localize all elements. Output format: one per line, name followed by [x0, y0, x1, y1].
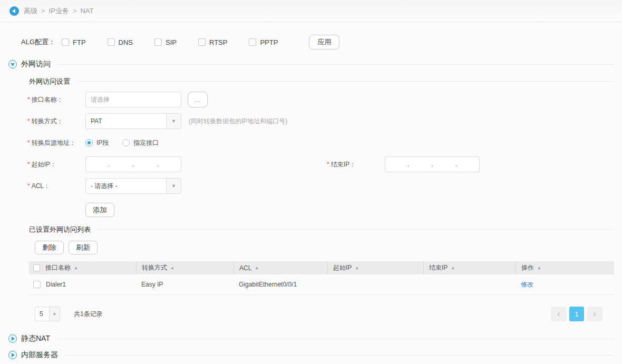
- expand-toggle-icon[interactable]: [8, 335, 17, 343]
- dns-checkbox[interactable]: [108, 38, 115, 46]
- translate-mode-select[interactable]: PAT ▼: [85, 113, 181, 129]
- breadcrumb-separator: >: [41, 7, 45, 15]
- column-header-start-ip[interactable]: 起始IP ▲: [327, 261, 423, 274]
- start-ip-label: *起始IP：: [27, 160, 85, 169]
- refresh-button[interactable]: 刷新: [69, 241, 98, 254]
- collapsed-sections: 静态NAT 内部服务器 NAT映射表项: [0, 334, 622, 364]
- source-address-row: *转换后源地址： IP段 指定接口: [27, 135, 622, 151]
- column-header-end-ip[interactable]: 结束IP ▲: [423, 261, 516, 274]
- section-divider: [65, 355, 614, 356]
- rtsp-checkbox[interactable]: [198, 38, 206, 46]
- ftp-label: FTP: [73, 38, 86, 46]
- sort-asc-icon[interactable]: ▲: [537, 265, 541, 270]
- required-mark: *: [27, 96, 30, 103]
- ip-dot: .: [407, 161, 409, 168]
- breadcrumb-separator: >: [73, 7, 77, 15]
- source-address-label: *转换后源地址：: [27, 139, 85, 147]
- interface-name-input[interactable]: 请选择: [85, 92, 181, 107]
- browse-interface-button[interactable]: ...: [188, 92, 208, 107]
- pptp-label: PPTP: [260, 38, 278, 46]
- next-page-button[interactable]: ›: [587, 307, 602, 321]
- ip-range-radio-label: IP段: [96, 139, 109, 147]
- column-header-interface[interactable]: 接口名称 ▲: [29, 261, 136, 274]
- breadcrumb-bar: 高级 > IP业务 > NAT: [0, 0, 622, 22]
- chevron-down-icon[interactable]: ▼: [49, 307, 60, 321]
- section-internal-server: 内部服务器: [8, 350, 614, 360]
- required-mark: *: [27, 139, 30, 146]
- section-static-nat: 静态NAT: [8, 334, 614, 343]
- checkbox-rtsp[interactable]: RTSP: [198, 38, 227, 46]
- required-mark: *: [27, 117, 30, 125]
- cell-mode: Easy IP: [136, 281, 234, 288]
- column-header-acl[interactable]: ACL ▲: [234, 261, 327, 274]
- column-header-mode[interactable]: 转换方式 ▲: [136, 261, 234, 274]
- end-ip-input[interactable]: . . .: [385, 156, 480, 172]
- sip-checkbox[interactable]: [154, 38, 162, 46]
- checkbox-pptp[interactable]: PPTP: [249, 38, 278, 46]
- radio-ip-range[interactable]: IP段: [85, 139, 109, 147]
- breadcrumb-item-ip-service[interactable]: IP业务: [49, 6, 69, 16]
- end-ip-label: *结束IP：: [327, 160, 385, 169]
- prev-page-button[interactable]: ‹: [551, 307, 567, 321]
- row-checkbox[interactable]: [33, 281, 41, 288]
- acl-select[interactable]: - 请选择 - ▼: [85, 178, 181, 194]
- section-title-internal-server[interactable]: 内部服务器: [21, 350, 58, 360]
- rtsp-label: RTSP: [209, 38, 227, 46]
- select-all-checkbox[interactable]: [33, 264, 40, 271]
- checkbox-dns[interactable]: DNS: [108, 38, 133, 46]
- apply-button[interactable]: 应用: [309, 35, 339, 50]
- ip-range-radio-icon[interactable]: [85, 139, 93, 146]
- wan-access-form: *接口名称： 请选择 ... *转换方式： PAT ▼ (同时转换数据包的IP地…: [27, 92, 622, 217]
- list-title: 已设置外网访问列表: [29, 225, 91, 234]
- table-row: Dialer1 Easy IP GigabitEthernet0/0/1 修改: [29, 274, 614, 295]
- section-title-wan-access[interactable]: 外网访问: [21, 60, 51, 69]
- list-actions: 删除 刷新: [35, 241, 622, 254]
- current-page-button[interactable]: 1: [569, 307, 584, 321]
- modify-link[interactable]: 修改: [521, 280, 533, 289]
- dns-label: DNS: [119, 38, 133, 46]
- chevron-down-icon[interactable]: ▼: [166, 179, 181, 193]
- list-subheader: 已设置外网访问列表: [29, 225, 614, 234]
- translate-mode-value: PAT: [86, 114, 166, 129]
- specified-interface-radio-icon[interactable]: [122, 139, 130, 146]
- sort-asc-icon[interactable]: ▲: [170, 265, 174, 270]
- sort-asc-icon[interactable]: ▲: [74, 265, 78, 270]
- back-button[interactable]: [9, 6, 19, 16]
- pptp-checkbox[interactable]: [249, 38, 256, 46]
- checkbox-sip[interactable]: SIP: [154, 38, 177, 46]
- sort-asc-icon[interactable]: ▲: [451, 265, 455, 270]
- interface-name-placeholder: 请选择: [91, 95, 110, 104]
- total-records-text: 共1条记录: [74, 310, 103, 319]
- translate-mode-row: *转换方式： PAT ▼ (同时转换数据包的IP地址和端口号): [27, 113, 622, 129]
- breadcrumb: 高级 > IP业务 > NAT: [24, 6, 94, 16]
- delete-button[interactable]: 删除: [35, 241, 64, 254]
- subheader-divider: [77, 81, 614, 82]
- interface-name-label: *接口名称：: [27, 95, 85, 104]
- radio-specified-interface[interactable]: 指定接口: [122, 139, 159, 147]
- start-ip-input[interactable]: . . .: [85, 156, 181, 172]
- checkbox-ftp[interactable]: FTP: [62, 38, 86, 46]
- specified-interface-radio-label: 指定接口: [133, 139, 159, 147]
- collapse-toggle-icon[interactable]: [8, 60, 17, 68]
- column-header-action[interactable]: 操作 ▲: [516, 261, 614, 274]
- sort-asc-icon[interactable]: ▲: [355, 265, 359, 270]
- section-title-static-nat[interactable]: 静态NAT: [21, 334, 50, 343]
- chevron-down-icon[interactable]: ▼: [166, 114, 181, 129]
- subheader-divider: [98, 229, 614, 230]
- ip-dot: .: [108, 161, 110, 168]
- pagination-bar: 5 ▼ 共1条记录 ‹ 1 ›: [35, 307, 602, 321]
- breadcrumb-item-advanced[interactable]: 高级: [24, 6, 37, 16]
- alg-config-row: ALG配置： FTP DNS SIP RTSP PPTP 应用: [21, 35, 622, 50]
- page-size-select[interactable]: 5 ▼: [35, 307, 60, 321]
- wan-settings-title: 外网访问设置: [29, 77, 70, 86]
- back-arrow-icon: [12, 9, 15, 13]
- add-button[interactable]: 添加: [85, 203, 114, 217]
- ftp-checkbox[interactable]: [62, 38, 69, 46]
- pager: ‹ 1 ›: [551, 307, 602, 321]
- cell-action: 修改: [516, 280, 614, 289]
- table-header: 接口名称 ▲ 转换方式 ▲ ACL ▲ 起始IP ▲ 结束IP ▲ 操作 ▲: [29, 261, 614, 274]
- sort-asc-icon[interactable]: ▲: [255, 265, 259, 270]
- wan-settings-subheader: 外网访问设置: [29, 77, 614, 86]
- expand-toggle-icon[interactable]: [8, 351, 17, 359]
- acl-row: *ACL： - 请选择 - ▼: [27, 178, 622, 194]
